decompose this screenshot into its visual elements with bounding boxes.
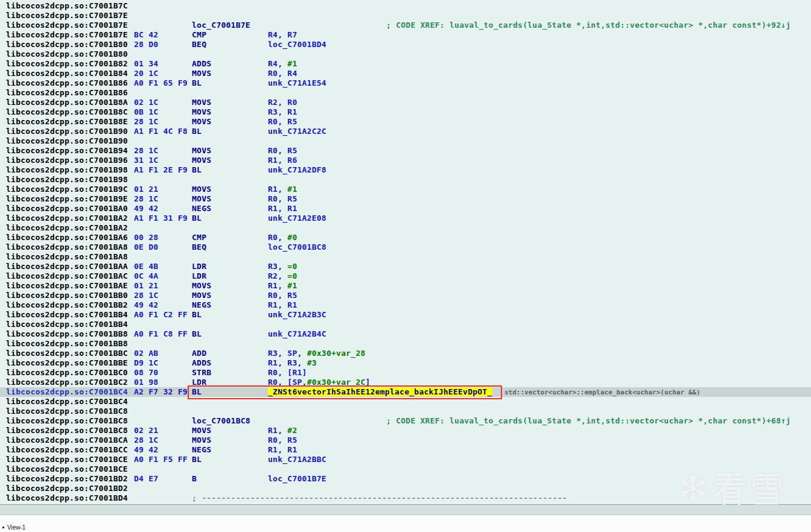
instruction-line[interactable]: libcocos2dcpp.so:C7001B86A0 F1 65 F9BLun… xyxy=(0,78,811,88)
disassembly-listing[interactable]: libcocos2dcpp.so:C7001B7Clibcocos2dcpp.s… xyxy=(0,0,811,504)
line-bytes: 0E D0 xyxy=(134,242,158,252)
address-line[interactable]: libcocos2dcpp.so:C7001BCE xyxy=(0,464,811,474)
instruction-line[interactable]: libcocos2dcpp.so:C7001BC201 98LDRR0, [SP… xyxy=(0,378,811,387)
label-line[interactable]: libcocos2dcpp.so:C7001B7Eloc_C7001B7E; C… xyxy=(0,21,811,30)
view-tab-label[interactable]: View-1 xyxy=(7,524,25,531)
line-mnemonic: BL xyxy=(192,214,202,223)
instruction-line[interactable]: libcocos2dcpp.so:C7001B8E28 1CMOVSR0, R5 xyxy=(0,117,811,127)
line-mnemonic: BL xyxy=(192,387,202,397)
line-mnemonic: MOVS xyxy=(192,435,211,445)
instruction-line[interactable]: libcocos2dcpp.so:C7001B90A1 F1 4C F8BLun… xyxy=(0,127,811,136)
instruction-line[interactable]: libcocos2dcpp.so:C7001B9E28 1CMOVSR0, R5 xyxy=(0,194,811,204)
instruction-line[interactable]: libcocos2dcpp.so:C7001B7EBC 42CMPR4, R7 xyxy=(0,30,811,40)
line-mnemonic: NEGS xyxy=(192,300,211,310)
address-line[interactable]: libcocos2dcpp.so:C7001BA2 xyxy=(0,223,811,233)
instruction-line[interactable]: libcocos2dcpp.so:C7001BAA0E 4BLDRR3, =0 xyxy=(0,262,811,271)
instruction-line[interactable]: libcocos2dcpp.so:C7001BCA28 1CMOVSR0, R5 xyxy=(0,435,811,445)
instruction-line[interactable]: libcocos2dcpp.so:C7001BC802 21MOVSR1, #2 xyxy=(0,426,811,435)
line-address: libcocos2dcpp.so:C7001B80 xyxy=(6,49,128,59)
instruction-line[interactable]: libcocos2dcpp.so:C7001BCC49 42NEGSR1, R1 xyxy=(0,445,811,455)
line-operands: R1, R6 xyxy=(268,156,297,165)
status-bar: UNKNOWNC7001BC4: luaval_to_cards(lua_Sta… xyxy=(0,504,811,515)
line-address: libcocos2dcpp.so:C7001B7E xyxy=(6,30,128,40)
instruction-line[interactable]: libcocos2dcpp.so:C7001B8C0B 1CMOVSR3, R1 xyxy=(0,107,811,117)
address-line[interactable]: libcocos2dcpp.so:C7001B86 xyxy=(0,88,811,98)
address-line[interactable]: libcocos2dcpp.so:C7001BB4 xyxy=(0,320,811,329)
highlighted-function-name[interactable]: _ZNSt6vectorIhSaIhEE12emplace_backIJhEEE… xyxy=(268,387,492,396)
instruction-line[interactable]: libcocos2dcpp.so:C7001B8028 D0BEQloc_C70… xyxy=(0,40,811,49)
instruction-line[interactable]: libcocos2dcpp.so:C7001BA049 42NEGSR1, R1 xyxy=(0,204,811,214)
address-line[interactable]: libcocos2dcpp.so:C7001BB8 xyxy=(0,339,811,349)
line-bytes: 28 1C xyxy=(134,194,158,204)
instruction-line[interactable]: libcocos2dcpp.so:C7001BB8A0 F1 C8 FFBLun… xyxy=(0,329,811,339)
line-bytes: 49 42 xyxy=(134,445,158,455)
line-bytes: 02 1C xyxy=(134,98,158,107)
line-mnemonic: MOVS xyxy=(192,281,211,291)
line-address: libcocos2dcpp.so:C7001BA0 xyxy=(6,204,128,214)
instruction-line[interactable]: libcocos2dcpp.so:C7001BB4A0 F1 C2 FFBLun… xyxy=(0,310,811,320)
line-operands: R2, =0 xyxy=(268,271,297,281)
instruction-line[interactable]: libcocos2dcpp.so:C7001B9631 1CMOVSR1, R6 xyxy=(0,156,811,165)
line-address: libcocos2dcpp.so:C7001BC2 xyxy=(6,378,128,387)
address-line[interactable]: libcocos2dcpp.so:C7001BA8 xyxy=(0,252,811,262)
address-line[interactable]: libcocos2dcpp.so:C7001B7E xyxy=(0,11,811,21)
line-mnemonic: CMP xyxy=(192,30,206,40)
line-address: libcocos2dcpp.so:C7001B7C xyxy=(6,1,128,11)
line-address: libcocos2dcpp.so:C7001B8E xyxy=(6,117,128,127)
line-address: libcocos2dcpp.so:C7001BB0 xyxy=(6,291,128,300)
line-address: libcocos2dcpp.so:C7001BD2 xyxy=(6,474,128,484)
line-address: libcocos2dcpp.so:C7001B82 xyxy=(6,59,128,69)
instruction-line[interactable]: libcocos2dcpp.so:C7001BD2D4 E7Bloc_C7001… xyxy=(0,474,811,484)
line-operands: _ZNSt6vectorIhSaIhEE12emplace_backIJhEEE… xyxy=(268,387,492,397)
address-line[interactable]: libcocos2dcpp.so:C7001BC4 xyxy=(0,397,811,407)
instruction-line[interactable]: libcocos2dcpp.so:C7001BC4A2 F7 32 F9BL_Z… xyxy=(0,387,811,397)
line-bytes: 02 AB xyxy=(134,349,158,358)
address-line[interactable]: libcocos2dcpp.so:C7001B90 xyxy=(0,136,811,146)
instruction-line[interactable]: libcocos2dcpp.so:C7001B9C01 21MOVSR1, #1 xyxy=(0,185,811,194)
address-line[interactable]: libcocos2dcpp.so:C7001B80 xyxy=(0,49,811,59)
instruction-line[interactable]: libcocos2dcpp.so:C7001BAC0C 4ALDRR2, =0 xyxy=(0,271,811,281)
line-operands: R3, SP, #0x30+var_28 xyxy=(268,349,366,358)
address-line[interactable]: libcocos2dcpp.so:C7001BC8 xyxy=(0,407,811,416)
line-address: libcocos2dcpp.so:C7001BC4 xyxy=(6,397,128,407)
line-bytes: 00 28 xyxy=(134,233,158,242)
instruction-line[interactable]: libcocos2dcpp.so:C7001BBED9 1CADDSR1, R3… xyxy=(0,358,811,368)
instruction-line[interactable]: libcocos2dcpp.so:C7001BB249 42NEGSR1, R1 xyxy=(0,300,811,310)
instruction-line[interactable]: libcocos2dcpp.so:C7001BBC02 ABADDR3, SP,… xyxy=(0,349,811,358)
instruction-line[interactable]: libcocos2dcpp.so:C7001BA2A1 F1 31 F9BLun… xyxy=(0,214,811,223)
instruction-line[interactable]: libcocos2dcpp.so:C7001BCEA0 F1 F5 FFBLun… xyxy=(0,455,811,464)
line-operands: R1, R1 xyxy=(268,300,297,310)
line-bytes: D4 E7 xyxy=(134,474,158,484)
instruction-line[interactable]: libcocos2dcpp.so:C7001BAE01 21MOVSR1, #1 xyxy=(0,281,811,291)
instruction-line[interactable]: libcocos2dcpp.so:C7001BC008 70STRBR0, [R… xyxy=(0,368,811,378)
address-line[interactable]: libcocos2dcpp.so:C7001B7C xyxy=(0,1,811,11)
address-line[interactable]: libcocos2dcpp.so:C7001BD2 xyxy=(0,484,811,493)
line-mnemonic: BL xyxy=(192,455,202,464)
instruction-line[interactable]: libcocos2dcpp.so:C7001B9428 1CMOVSR0, R5 xyxy=(0,146,811,156)
instruction-line[interactable]: libcocos2dcpp.so:C7001BA80E D0BEQloc_C70… xyxy=(0,242,811,252)
separator-line[interactable]: libcocos2dcpp.so:C7001BD4; -------------… xyxy=(0,493,811,503)
line-address: libcocos2dcpp.so:C7001BC4 xyxy=(6,387,128,397)
instruction-line[interactable]: libcocos2dcpp.so:C7001BB028 1CMOVSR0, R5 xyxy=(0,291,811,300)
line-operands: R3, R1 xyxy=(268,107,297,117)
label-line[interactable]: libcocos2dcpp.so:C7001BC8loc_C7001BC8; C… xyxy=(0,416,811,426)
instruction-line[interactable]: libcocos2dcpp.so:C7001B98A1 F1 2E F9BLun… xyxy=(0,165,811,175)
line-address: libcocos2dcpp.so:C7001B8C xyxy=(6,107,128,117)
line-operands: unk_C71A2BBC xyxy=(268,455,326,464)
address-line[interactable]: libcocos2dcpp.so:C7001B98 xyxy=(0,175,811,185)
instruction-line[interactable]: libcocos2dcpp.so:C7001B8420 1CMOVSR0, R4 xyxy=(0,69,811,78)
line-mnemonic: MOVS xyxy=(192,185,211,194)
instruction-line[interactable]: libcocos2dcpp.so:C7001B8201 34ADDSR4, #1 xyxy=(0,59,811,69)
line-address: libcocos2dcpp.so:C7001BCA xyxy=(6,435,128,445)
line-address: libcocos2dcpp.so:C7001BC0 xyxy=(6,368,128,378)
line-operands: unk_C71A1E54 xyxy=(268,78,326,88)
line-address: libcocos2dcpp.so:C7001BA8 xyxy=(6,252,128,262)
line-xref-comment: ; CODE XREF: luaval_to_cards(lua_State *… xyxy=(386,21,790,30)
line-bytes: D9 1C xyxy=(134,358,158,368)
line-address: libcocos2dcpp.so:C7001B9C xyxy=(6,185,128,194)
instruction-line[interactable]: libcocos2dcpp.so:C7001B8A02 1CMOVSR2, R0 xyxy=(0,98,811,107)
line-bytes: 49 42 xyxy=(134,204,158,214)
line-address: libcocos2dcpp.so:C7001BAA xyxy=(6,262,128,271)
line-mnemonic: BL xyxy=(192,310,202,320)
instruction-line[interactable]: libcocos2dcpp.so:C7001BA600 28CMPR0, #0 xyxy=(0,233,811,242)
